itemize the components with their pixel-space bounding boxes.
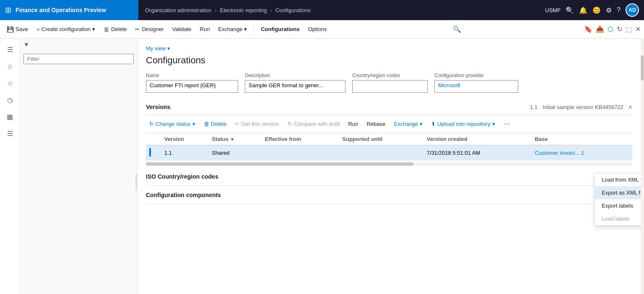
search-toolbar-icon[interactable]: 🔍 bbox=[453, 26, 461, 33]
right-scrollbar[interactable] bbox=[641, 39, 644, 294]
row-indicator bbox=[149, 148, 151, 156]
toolbar-right-icons: 🔖 📤 ⬡ ↻ ⬚ ✕ bbox=[584, 25, 641, 33]
tree-content: ▼ Customer invoicing model Customer FTI … bbox=[20, 68, 137, 71]
delete-toolbar-button[interactable]: 🗑 Delete bbox=[100, 24, 130, 34]
delete-version-button[interactable]: 🗑 Delete bbox=[200, 119, 230, 129]
description-input[interactable]: Sample GER format to gener... bbox=[245, 80, 345, 93]
configurations-button[interactable]: Configurations bbox=[257, 24, 303, 34]
top-bar: ⊞ Finance and Operations Preview Organiz… bbox=[0, 0, 644, 20]
tree-filter-icon[interactable]: ▼ bbox=[23, 41, 29, 48]
provider-field: Configuration provider Microsoft bbox=[434, 73, 518, 93]
exchange-chevron-icon: ▾ bbox=[244, 26, 247, 32]
more-actions-button[interactable]: ⋯ bbox=[500, 118, 514, 130]
name-input[interactable]: Customer FTI report (GER) bbox=[146, 80, 238, 93]
upload-repository-button[interactable]: ⬆ Upload into repository ▾ bbox=[428, 119, 498, 129]
horizontal-scrollbar-thumb[interactable] bbox=[146, 162, 413, 166]
view-selector[interactable]: My view ▾ bbox=[146, 45, 632, 52]
run-version-button[interactable]: Run bbox=[345, 119, 362, 129]
star-side-icon[interactable]: ☆ bbox=[3, 75, 18, 91]
app-title-area: ⊞ Finance and Operations Preview bbox=[0, 0, 138, 20]
breadcrumb-item-3[interactable]: Configurations bbox=[275, 7, 311, 13]
breadcrumb-chevron-2: › bbox=[270, 7, 272, 13]
version-number: 1.1 bbox=[530, 104, 538, 110]
validate-button[interactable]: Validate bbox=[169, 24, 195, 34]
delete-icon: 🗑 bbox=[104, 26, 109, 33]
tree-filter-container bbox=[20, 50, 137, 68]
versions-table: Version Status ▼ Effective from Supporte… bbox=[146, 133, 632, 161]
versions-chevron-icon: ∧ bbox=[628, 104, 632, 110]
breadcrumb-item-1[interactable]: Organization administration bbox=[145, 7, 211, 13]
share-icon[interactable]: 📤 bbox=[596, 25, 604, 33]
col-header-base[interactable]: Base bbox=[531, 133, 632, 145]
avatar[interactable]: AD bbox=[626, 3, 639, 17]
iso-section-header[interactable]: ISO Country/region codes ∨ bbox=[146, 167, 632, 185]
compare-with-draft-button[interactable]: ↻ Compare with draft bbox=[284, 119, 343, 129]
versions-section-header[interactable]: Versions 1.1 Initial sample version KB44… bbox=[146, 99, 632, 115]
list-side-icon[interactable]: ☰ bbox=[3, 126, 18, 141]
run-toolbar-button[interactable]: Run bbox=[197, 24, 213, 34]
calendar-side-icon[interactable]: ▦ bbox=[3, 109, 18, 124]
horizontal-scrollbar[interactable] bbox=[146, 162, 632, 166]
change-status-button[interactable]: ↻ Change status ▾ bbox=[146, 119, 199, 129]
exchange-version-button[interactable]: Exchange ▾ bbox=[390, 119, 426, 129]
table-row[interactable]: 1.1 Shared 7/31/2018 5:51:01 AM Customer… bbox=[146, 145, 632, 161]
designer-button[interactable]: ✏ Designer bbox=[132, 24, 167, 34]
col-header-supported-until[interactable]: Supported until bbox=[339, 133, 423, 145]
options-button[interactable]: Options bbox=[305, 24, 330, 34]
save-icon: 💾 bbox=[7, 26, 14, 33]
clock-side-icon[interactable]: ◷ bbox=[3, 92, 18, 107]
bookmark-icon[interactable]: 🔖 bbox=[584, 25, 592, 33]
country-field: Country/region codes bbox=[352, 73, 428, 93]
col-header-effective-from[interactable]: Effective from bbox=[262, 133, 339, 145]
status-filter-icon[interactable]: ▼ bbox=[230, 137, 235, 142]
notification-icon[interactable]: 🔔 bbox=[579, 6, 587, 14]
close-toolbar-icon[interactable]: ✕ bbox=[635, 25, 641, 33]
dropdown-item-load-xml[interactable]: Load from XML file bbox=[595, 173, 641, 186]
settings-icon[interactable]: ⚙ bbox=[606, 6, 612, 14]
app-grid-icon[interactable]: ⊞ bbox=[5, 5, 11, 15]
help-icon[interactable]: ? bbox=[617, 6, 621, 14]
get-this-version-button[interactable]: ✏ Get this version bbox=[231, 119, 282, 129]
country-input[interactable] bbox=[352, 80, 428, 93]
breadcrumb-chevron-1: › bbox=[215, 7, 216, 13]
smiley-icon[interactable]: 😊 bbox=[592, 6, 601, 14]
dropdown-item-export-labels[interactable]: Export labels bbox=[595, 199, 641, 212]
search-icon[interactable]: 🔍 bbox=[566, 6, 574, 14]
exchange-toolbar-button[interactable]: Exchange ▾ bbox=[215, 24, 250, 34]
versions-title: Versions bbox=[146, 104, 170, 110]
toolbar-search: 🔍 bbox=[453, 25, 461, 33]
save-button[interactable]: 💾 Save bbox=[3, 24, 31, 34]
description-field: Description Sample GER format to gener..… bbox=[245, 73, 345, 93]
row-version-created-cell: 7/31/2018 5:51:01 AM bbox=[423, 145, 532, 161]
resize-handle[interactable] bbox=[135, 174, 137, 191]
provider-input[interactable]: Microsoft bbox=[434, 80, 518, 93]
delete-version-icon: 🗑 bbox=[204, 121, 209, 127]
col-header-version-created[interactable]: Version created bbox=[423, 133, 532, 145]
row-version-cell: 1.1 bbox=[161, 145, 208, 161]
right-scrollbar-thumb[interactable] bbox=[641, 55, 644, 81]
dropdown-item-export-xml[interactable]: Export as XML file bbox=[595, 186, 641, 199]
refresh-icon[interactable]: ↻ bbox=[617, 25, 622, 33]
home-side-icon[interactable]: ⌂ bbox=[3, 59, 18, 74]
badge-icon: ⬡ bbox=[608, 25, 613, 33]
user-label: USMF bbox=[545, 7, 561, 13]
designer-icon: ✏ bbox=[135, 26, 140, 33]
base-link[interactable]: Customer invoici... 1 bbox=[535, 150, 584, 156]
tree-resize-handle[interactable] bbox=[20, 71, 137, 294]
compare-icon: ↻ bbox=[288, 121, 292, 127]
row-base-cell: Customer invoici... 1 bbox=[531, 145, 632, 161]
tree-filter-input[interactable] bbox=[23, 54, 134, 64]
change-status-icon: ↻ bbox=[149, 121, 154, 127]
upload-icon: ⬆ bbox=[431, 121, 436, 127]
config-components-header[interactable]: Configuration components ∨ bbox=[146, 186, 632, 204]
open-new-icon[interactable]: ⬚ bbox=[626, 25, 632, 33]
create-configuration-button[interactable]: + Create configuration ▾ bbox=[33, 24, 99, 34]
col-header-version[interactable]: Version bbox=[161, 133, 208, 145]
versions-table-container: Version Status ▼ Effective from Supporte… bbox=[146, 133, 632, 161]
hamburger-icon[interactable]: ☰ bbox=[3, 42, 18, 57]
rebase-button[interactable]: Rebase bbox=[363, 119, 389, 129]
col-header-status[interactable]: Status ▼ bbox=[208, 133, 261, 145]
breadcrumb-item-2[interactable]: Electronic reporting bbox=[220, 7, 267, 13]
side-icons-panel: ☰ ⌂ ☆ ◷ ▦ ☰ bbox=[0, 39, 20, 294]
config-components-section: Configuration components ∨ bbox=[146, 186, 632, 204]
